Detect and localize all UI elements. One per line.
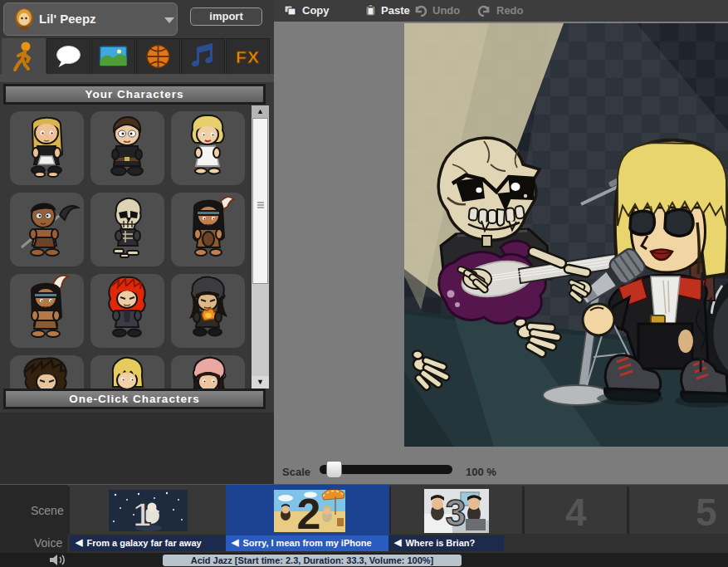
svg-text:1: 1 xyxy=(133,496,151,531)
svg-text:3: 3 xyxy=(446,492,466,533)
svg-text:2: 2 xyxy=(297,490,321,532)
svg-text:FX: FX xyxy=(236,47,260,66)
